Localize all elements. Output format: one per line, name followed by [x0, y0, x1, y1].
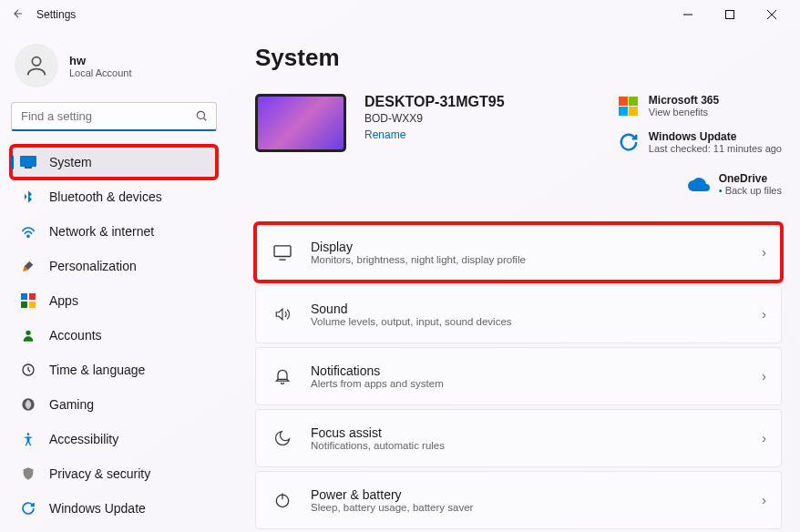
user-name: hw	[69, 54, 132, 67]
setting-sound[interactable]: SoundVolume levels, output, input, sound…	[255, 285, 782, 343]
svg-rect-17	[274, 246, 291, 257]
nav-label: Apps	[49, 293, 78, 308]
window-title: Settings	[36, 8, 76, 21]
nav-label: Accounts	[49, 328, 102, 343]
setting-subtitle: Sleep, battery usage, battery saver	[311, 502, 762, 513]
page-title: System	[255, 44, 782, 72]
setting-title: Notifications	[311, 363, 762, 378]
svg-point-8	[27, 235, 29, 237]
nav-label: Windows Update	[49, 501, 146, 516]
promo-subtitle: Last checked: 11 minutes ago	[649, 143, 782, 154]
device-name: DESKTOP-31MGT95	[364, 94, 505, 110]
nav-item-privacy[interactable]: Privacy & security	[11, 457, 217, 490]
chevron-right-icon: ›	[762, 245, 766, 260]
setting-title: Power & battery	[311, 487, 762, 502]
promo-subtitle: Back up files	[719, 185, 782, 196]
setting-title: Focus assist	[311, 425, 762, 440]
setting-subtitle: Notifications, automatic rules	[311, 440, 762, 451]
svg-point-13	[26, 331, 30, 335]
onedrive-icon	[688, 173, 710, 195]
user-profile[interactable]: hw Local Account	[15, 44, 213, 87]
setting-notifications[interactable]: NotificationsAlerts from apps and system…	[255, 347, 782, 405]
setting-subtitle: Monitors, brightness, night light, displ…	[311, 254, 762, 265]
search-icon	[195, 109, 208, 125]
chevron-right-icon: ›	[762, 431, 766, 445]
promo-windows-update[interactable]: Windows Update Last checked: 11 minutes …	[618, 130, 782, 154]
setting-focus-assist[interactable]: Focus assistNotifications, automatic rul…	[255, 409, 782, 467]
setting-subtitle: Volume levels, output, input, sound devi…	[311, 316, 762, 327]
settings-list: DisplayMonitors, brightness, night light…	[255, 223, 782, 532]
nav-item-personalization[interactable]: Personalization	[11, 250, 217, 282]
nav-item-accounts[interactable]: Accounts	[11, 319, 217, 352]
setting-subtitle: Alerts from apps and system	[311, 378, 762, 389]
sound-icon	[271, 306, 294, 322]
microsoft-logo-icon	[618, 95, 640, 117]
search-input[interactable]	[11, 102, 217, 131]
nav-item-update[interactable]: Windows Update	[11, 492, 217, 525]
nav-item-bluetooth[interactable]: Bluetooth & devices	[11, 180, 217, 213]
system-icon	[20, 154, 36, 170]
close-button[interactable]	[751, 0, 793, 29]
setting-title: Sound	[311, 302, 762, 316]
apps-icon	[20, 292, 36, 309]
svg-point-16	[27, 433, 30, 435]
nav-list: System Bluetooth & devices Network & int…	[9, 146, 219, 525]
svg-rect-10	[29, 293, 36, 300]
setting-title: Display	[311, 240, 762, 254]
time-icon	[20, 362, 36, 378]
chevron-right-icon: ›	[762, 493, 766, 507]
bell-icon	[271, 367, 294, 385]
power-icon	[271, 491, 294, 509]
promo-microsoft365[interactable]: Microsoft 365 View benefits	[618, 94, 782, 118]
maximize-button[interactable]	[709, 0, 751, 29]
svg-rect-11	[21, 302, 27, 308]
promo-title: Microsoft 365	[649, 94, 719, 107]
nav-label: System	[49, 155, 92, 169]
nav-label: Time & language	[49, 363, 145, 377]
nav-item-apps[interactable]: Apps	[11, 284, 217, 317]
setting-power[interactable]: Power & batterySleep, battery usage, bat…	[255, 471, 782, 529]
update-icon	[20, 500, 36, 517]
device-model: BOD-WXX9	[364, 112, 505, 125]
svg-rect-7	[25, 167, 32, 169]
nav-label: Personalization	[49, 259, 137, 273]
rename-link[interactable]: Rename	[364, 128, 505, 141]
svg-rect-6	[20, 156, 36, 167]
nav-label: Bluetooth & devices	[49, 189, 162, 204]
nav-item-network[interactable]: Network & internet	[11, 215, 217, 248]
device-info-row: DESKTOP-31MGT95 BOD-WXX9 Rename Microsof…	[255, 94, 782, 196]
accounts-icon	[20, 327, 36, 343]
sidebar: hw Local Account System Bluetooth & devi…	[0, 29, 228, 532]
privacy-icon	[20, 466, 36, 482]
avatar	[15, 44, 58, 87]
svg-point-5	[197, 111, 204, 118]
chevron-right-icon: ›	[762, 369, 766, 384]
personalization-icon	[20, 258, 36, 274]
moon-icon	[271, 429, 294, 447]
promo-title: OneDrive	[719, 172, 782, 185]
main-content: System DESKTOP-31MGT95 BOD-WXX9 Rename M…	[228, 29, 800, 532]
nav-label: Gaming	[49, 397, 94, 412]
minimize-button[interactable]	[667, 0, 709, 29]
setting-display[interactable]: DisplayMonitors, brightness, night light…	[255, 223, 782, 281]
promo-onedrive[interactable]: OneDrive Back up files	[688, 172, 782, 196]
svg-rect-1	[726, 11, 734, 19]
nav-item-system[interactable]: System	[11, 146, 217, 179]
promo-subtitle: View benefits	[649, 107, 719, 118]
nav-item-accessibility[interactable]: Accessibility	[11, 423, 217, 455]
promo-title: Windows Update	[649, 130, 782, 143]
display-icon	[271, 244, 294, 261]
nav-item-gaming[interactable]: Gaming	[11, 388, 217, 421]
nav-label: Network & internet	[49, 224, 154, 239]
svg-rect-12	[29, 302, 36, 308]
nav-item-time[interactable]: Time & language	[11, 353, 217, 386]
back-button[interactable]	[7, 7, 29, 23]
titlebar: Settings	[0, 0, 800, 29]
gaming-icon	[20, 396, 36, 413]
accessibility-icon	[20, 431, 36, 447]
network-icon	[20, 223, 36, 240]
user-subtitle: Local Account	[69, 67, 132, 78]
update-icon	[618, 131, 640, 153]
device-image	[255, 94, 346, 152]
svg-point-4	[32, 57, 40, 66]
